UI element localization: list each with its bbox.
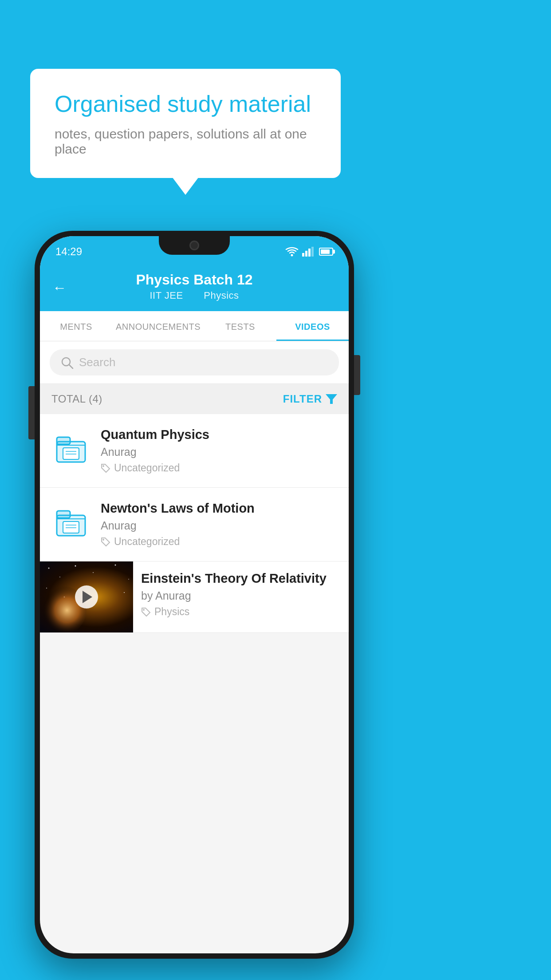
tag-icon: [101, 537, 110, 547]
speech-bubble: Organised study material notes, question…: [30, 69, 341, 178]
speech-bubble-container: Organised study material notes, question…: [30, 69, 341, 178]
video-title: Newton's Laws of Motion: [101, 501, 339, 516]
svg-rect-4: [311, 247, 314, 257]
video-title: Einstein's Theory Of Relativity: [141, 571, 341, 586]
svg-rect-20: [63, 522, 79, 533]
space-background: [40, 561, 133, 632]
svg-point-34: [143, 609, 145, 611]
search-input-placeholder[interactable]: Search: [79, 356, 115, 369]
svg-point-24: [48, 568, 50, 569]
folder-icon-container: [50, 427, 92, 470]
filter-icon: [326, 394, 337, 404]
status-time: 14:29: [55, 245, 82, 258]
video-author: Anurag: [101, 446, 339, 458]
list-item[interactable]: Einstein's Theory Of Relativity by Anura…: [40, 561, 349, 633]
svg-point-15: [102, 465, 104, 467]
search-icon: [60, 356, 74, 369]
filter-button[interactable]: FILTER: [283, 393, 337, 405]
tag-icon: [141, 607, 151, 617]
speech-bubble-title: Organised study material: [55, 90, 316, 118]
folder-icon: [55, 433, 87, 465]
tabs-bar: MENTS ANNOUNCEMENTS TESTS VIDEOS: [40, 311, 349, 341]
tab-tests[interactable]: TESTS: [204, 311, 276, 341]
app-background: Organised study material notes, question…: [0, 0, 551, 980]
video-tag: Uncategorized: [101, 536, 339, 548]
play-triangle: [83, 591, 92, 603]
video-tag: Uncategorized: [101, 462, 339, 474]
search-bar[interactable]: Search: [50, 349, 339, 375]
phone-screen: 14:29: [40, 236, 349, 953]
svg-rect-2: [305, 251, 307, 257]
svg-point-26: [75, 565, 76, 567]
svg-point-28: [115, 565, 116, 566]
tab-ments[interactable]: MENTS: [40, 311, 112, 341]
play-button[interactable]: [75, 585, 98, 609]
svg-point-0: [291, 254, 293, 257]
tab-videos[interactable]: VIDEOS: [276, 311, 349, 341]
phone-notch: [159, 236, 230, 255]
einstein-info: Einstein's Theory Of Relativity by Anura…: [133, 561, 349, 628]
video-author: by Anurag: [141, 589, 341, 602]
video-author: Anurag: [101, 519, 339, 532]
svg-point-29: [128, 579, 129, 580]
header-subtitle: IIT JEE Physics: [53, 290, 335, 301]
svg-point-27: [93, 572, 94, 573]
speech-bubble-subtitle: notes, question papers, solutions all at…: [55, 126, 316, 157]
svg-point-30: [46, 588, 47, 589]
svg-rect-10: [57, 437, 70, 444]
svg-rect-1: [302, 253, 304, 257]
video-info: Newton's Laws of Motion Anurag Uncategor…: [101, 501, 339, 548]
wifi-icon: [285, 247, 299, 257]
tab-announcements[interactable]: ANNOUNCEMENTS: [112, 311, 204, 341]
header-title: Physics Batch 12: [53, 272, 335, 288]
svg-rect-12: [63, 448, 79, 459]
folder-icon-container: [50, 501, 92, 543]
folder-icon: [55, 506, 87, 538]
back-button[interactable]: ←: [52, 279, 67, 296]
search-container: Search: [40, 341, 349, 384]
phone-camera: [189, 241, 199, 250]
video-list: Quantum Physics Anurag Uncategorized: [40, 414, 349, 633]
status-icons: [285, 247, 333, 257]
video-info: Quantum Physics Anurag Uncategorized: [101, 427, 339, 474]
svg-line-6: [69, 365, 73, 368]
header-subtitle-right: Physics: [204, 290, 239, 301]
phone-container: 14:29: [35, 231, 354, 963]
video-tag: Physics: [141, 606, 341, 618]
video-thumbnail: [40, 561, 133, 632]
tag-icon: [101, 463, 110, 473]
list-item[interactable]: Quantum Physics Anurag Uncategorized: [40, 414, 349, 488]
svg-rect-18: [57, 511, 70, 518]
svg-marker-7: [326, 394, 337, 404]
header-subtitle-left: IIT JEE: [150, 290, 183, 301]
battery-icon: [319, 248, 333, 256]
video-title: Quantum Physics: [101, 427, 339, 442]
total-count: TOTAL (4): [51, 393, 102, 405]
filter-bar: TOTAL (4) FILTER: [40, 384, 349, 414]
svg-rect-3: [308, 249, 311, 257]
svg-point-23: [102, 539, 104, 541]
svg-point-32: [124, 592, 125, 593]
phone-body: 14:29: [35, 231, 354, 959]
app-header: ← Physics Batch 12 IIT JEE Physics: [40, 264, 349, 311]
signal-icon: [302, 247, 314, 257]
list-item[interactable]: Newton's Laws of Motion Anurag Uncategor…: [40, 488, 349, 561]
svg-point-25: [59, 577, 60, 577]
